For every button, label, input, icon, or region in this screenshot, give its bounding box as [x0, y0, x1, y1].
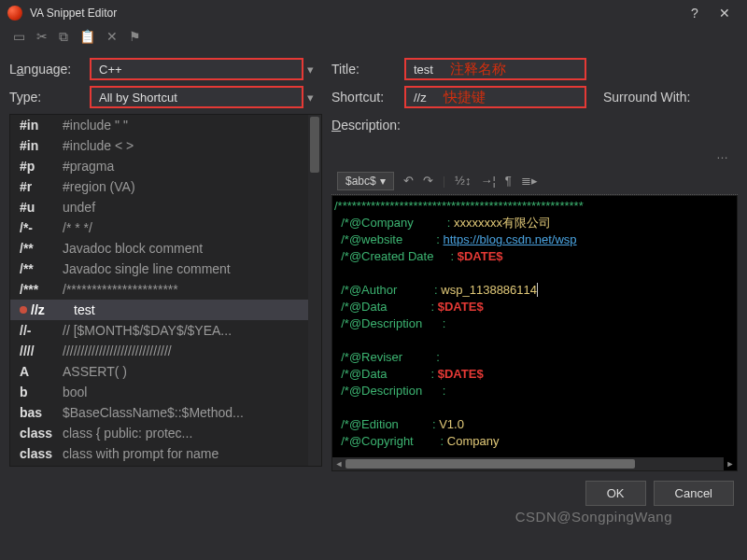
list-item[interactable]: #in#include < >: [10, 135, 308, 156]
arrow-icon[interactable]: →¦: [480, 174, 495, 188]
list-item[interactable]: #uundef: [10, 197, 308, 217]
list-item[interactable]: //-// [$MONTH$/$DAY$/$YEA...: [10, 320, 308, 341]
ok-button[interactable]: OK: [585, 481, 646, 506]
type-dropdown[interactable]: All by Shortcut: [90, 86, 303, 108]
list-item[interactable]: bbool: [10, 382, 308, 402]
code-editor[interactable]: /***************************************…: [331, 195, 738, 471]
indent-icon[interactable]: ≣▸: [521, 174, 538, 188]
delete-icon[interactable]: ✕: [106, 29, 118, 44]
language-label: Language:: [9, 62, 84, 77]
scroll-left-icon[interactable]: ◄: [332, 457, 345, 470]
toolbar: ▭ ✂ ⧉ 📋 ✕ ⚑: [0, 26, 747, 52]
shortcut-label: Shortcut:: [331, 90, 399, 105]
list-item[interactable]: AASSERT( ): [10, 361, 308, 382]
description-input[interactable]: [421, 114, 738, 136]
title-bar: VA Snippet Editor ? ✕: [0, 0, 747, 26]
window-title: VA Snippet Editor: [30, 7, 680, 20]
close-icon[interactable]: ✕: [710, 0, 740, 26]
language-dropdown[interactable]: C++: [90, 58, 303, 80]
list-item[interactable]: #in#include " ": [10, 115, 308, 135]
list-item[interactable]: /*-/* * */: [10, 217, 308, 238]
half-icon[interactable]: ½↕: [455, 174, 471, 188]
title-input[interactable]: test注释名称: [404, 58, 586, 80]
snippet-list[interactable]: #in#include " "#in#include < >#p#pragma#…: [9, 114, 322, 467]
title-annotation: 注释名称: [450, 61, 506, 78]
flag-icon[interactable]: ⚑: [129, 29, 141, 44]
list-item[interactable]: /**Javadoc block comment: [10, 238, 308, 259]
new-icon[interactable]: ▭: [13, 29, 25, 44]
redo-icon[interactable]: ↷: [423, 174, 433, 188]
cancel-button[interactable]: Cancel: [654, 481, 734, 506]
list-item[interactable]: #r#region (VA): [10, 176, 308, 197]
type-label: Type:: [9, 90, 84, 105]
list-scrollbar[interactable]: [308, 115, 321, 466]
surround-with-label: Surround With:: [603, 90, 690, 105]
editor-toolbar: $abc$ ▾ ↶ ↷ | ½↕ →¦ ¶ ≣▸: [331, 167, 738, 195]
editor-h-scrollbar[interactable]: ◄ ►: [332, 457, 724, 470]
list-item[interactable]: classclass with prompt for name: [10, 443, 308, 464]
list-item[interactable]: bas$BaseClassName$::$Method...: [10, 402, 308, 423]
list-item[interactable]: /***/**********************: [10, 279, 308, 300]
list-item[interactable]: //////////////////////////////////: [10, 341, 308, 361]
shortcut-annotation: 快捷键: [444, 89, 486, 106]
paste-icon[interactable]: 📋: [79, 29, 95, 44]
cut-icon[interactable]: ✂: [36, 29, 48, 44]
list-item[interactable]: /**Javadoc single line comment: [10, 259, 308, 279]
description-label: Description:: [331, 118, 416, 133]
title-label: Title:: [331, 62, 399, 77]
reserved-string-button[interactable]: $abc$ ▾: [337, 172, 394, 190]
help-icon[interactable]: ?: [680, 0, 710, 26]
undo-icon[interactable]: ↶: [403, 174, 414, 188]
scroll-right-icon[interactable]: ►: [724, 457, 737, 470]
list-item[interactable]: #p#pragma: [10, 156, 308, 176]
app-icon: [7, 6, 22, 21]
copy-icon[interactable]: ⧉: [59, 29, 68, 45]
pilcrow-icon[interactable]: ¶: [505, 174, 512, 188]
shortcut-input[interactable]: //z快捷键: [404, 86, 586, 108]
list-item[interactable]: //ztest: [10, 300, 308, 320]
dots: …: [331, 142, 738, 161]
list-item[interactable]: classclass { public: protec...: [10, 423, 308, 443]
list-item[interactable]: dodo { ... } while (): [10, 464, 308, 466]
